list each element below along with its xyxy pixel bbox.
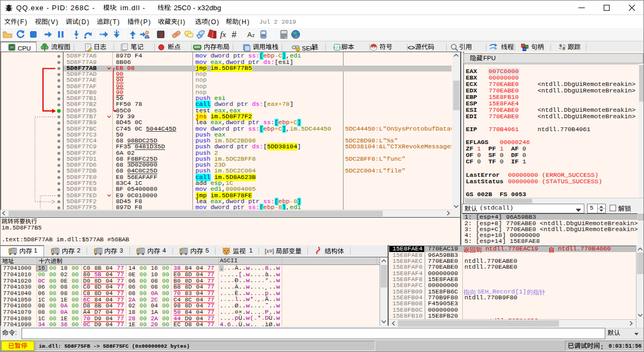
svg-text:!: ! — [297, 48, 298, 52]
svg-text:#: # — [232, 30, 237, 39]
svg-text:fx: fx — [220, 30, 226, 39]
svg-text:z: z — [252, 32, 255, 38]
svg-text:S: S — [159, 31, 163, 39]
svg-text:</>: </> — [333, 45, 341, 50]
svg-text:32: 32 — [10, 46, 13, 49]
svg-text:A: A — [247, 31, 252, 39]
